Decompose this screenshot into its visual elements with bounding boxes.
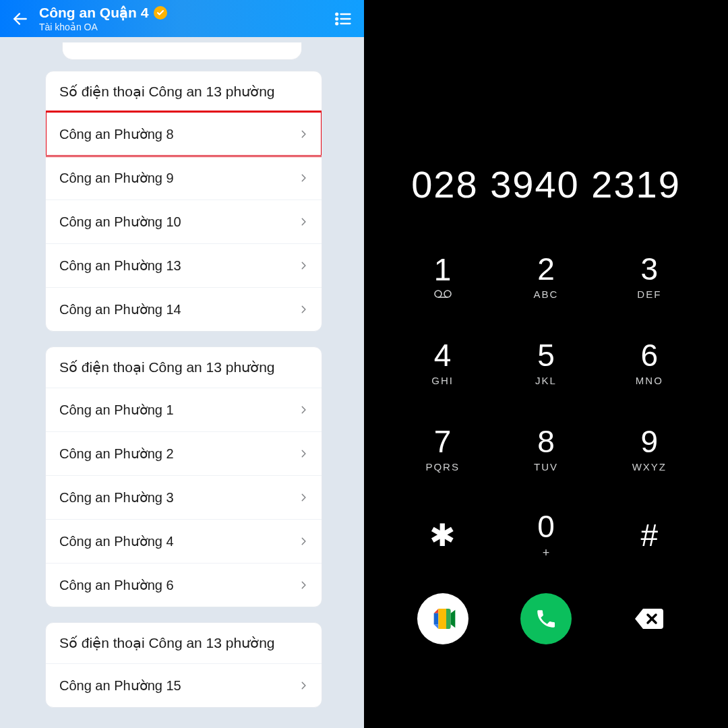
svg-point-8 bbox=[444, 291, 451, 297]
dial-key-8[interactable]: 8TUV bbox=[494, 415, 597, 483]
list-icon bbox=[334, 9, 353, 28]
list-item[interactable]: Công an Phường 14 bbox=[46, 287, 322, 331]
entered-number: 028 3940 2319 bbox=[411, 162, 681, 206]
svg-point-1 bbox=[336, 13, 338, 15]
menu-button[interactable] bbox=[333, 9, 353, 29]
key-subtext: PQRS bbox=[425, 461, 460, 473]
back-button[interactable] bbox=[11, 9, 30, 28]
list-item-label: Công an Phường 2 bbox=[59, 446, 174, 462]
dial-key-7[interactable]: 7PQRS bbox=[391, 415, 494, 483]
chevron-right-icon bbox=[299, 127, 308, 142]
chevron-right-icon bbox=[299, 446, 308, 461]
list-item-label: Công an Phường 15 bbox=[59, 677, 181, 694]
chevron-right-icon bbox=[299, 678, 308, 693]
list-item-label: Công an Phường 3 bbox=[59, 489, 174, 506]
chevron-right-icon bbox=[299, 490, 308, 505]
card-title: Số điện thoại Công an 13 phường bbox=[46, 71, 322, 112]
svg-point-3 bbox=[336, 18, 338, 20]
key-digit: 1 bbox=[434, 254, 452, 285]
dial-key-#[interactable]: # bbox=[598, 502, 701, 569]
chat-subtitle: Tài khoản OA bbox=[39, 22, 324, 32]
svg-point-7 bbox=[435, 291, 442, 297]
list-item-label: Công an Phường 1 bbox=[59, 402, 174, 418]
dial-keypad: 12ABC3DEF4GHI5JKL6MNO7PQRS8TUV9WXYZ✱0+# bbox=[364, 229, 728, 569]
dial-key-4[interactable]: 4GHI bbox=[391, 329, 494, 396]
dial-key-3[interactable]: 3DEF bbox=[598, 243, 701, 310]
list-item[interactable]: Công an Phường 15 bbox=[46, 663, 322, 707]
chevron-right-icon bbox=[299, 258, 308, 273]
previous-card-fragment bbox=[62, 42, 302, 60]
chat-title: Công an Quận 4 bbox=[39, 5, 148, 21]
dialer-panel: 028 3940 2319 12ABC3DEF4GHI5JKL6MNO7PQRS… bbox=[364, 0, 728, 728]
video-call-button[interactable] bbox=[417, 593, 468, 644]
key-digit: 5 bbox=[537, 340, 555, 371]
list-card: Số điện thoại Công an 13 phườngCông an P… bbox=[45, 622, 322, 708]
key-digit: 2 bbox=[537, 253, 555, 284]
chevron-right-icon bbox=[299, 171, 308, 185]
list-card: Số điện thoại Công an 13 phườngCông an P… bbox=[45, 346, 322, 607]
key-digit: 4 bbox=[434, 340, 452, 371]
key-digit: # bbox=[641, 520, 659, 551]
chevron-right-icon bbox=[299, 578, 308, 593]
key-subtext: DEF bbox=[637, 289, 661, 300]
key-digit: 9 bbox=[641, 426, 659, 457]
svg-point-5 bbox=[336, 22, 338, 24]
list-item[interactable]: Công an Phường 4 bbox=[46, 519, 322, 563]
chat-header: Công an Quận 4 Tài khoản OA bbox=[0, 0, 364, 37]
dial-key-9[interactable]: 9WXYZ bbox=[598, 415, 701, 483]
dial-display: 028 3940 2319 bbox=[364, 0, 728, 229]
key-digit: 8 bbox=[537, 426, 555, 457]
chevron-right-icon bbox=[299, 402, 308, 417]
list-item-label: Công an Phường 4 bbox=[59, 533, 174, 549]
list-card: Số điện thoại Công an 13 phườngCông an P… bbox=[45, 71, 322, 332]
dial-actions bbox=[364, 569, 728, 671]
backspace-icon bbox=[634, 607, 665, 630]
key-subtext: MNO bbox=[636, 375, 663, 386]
call-button[interactable] bbox=[520, 593, 572, 644]
dial-key-✱[interactable]: ✱ bbox=[391, 502, 494, 569]
list-item[interactable]: Công an Phường 13 bbox=[46, 243, 322, 287]
list-item[interactable]: Công an Phường 9 bbox=[46, 156, 322, 200]
list-item[interactable]: Công an Phường 6 bbox=[46, 563, 322, 607]
dial-key-1[interactable]: 1 bbox=[391, 243, 494, 310]
dial-key-6[interactable]: 6MNO bbox=[598, 329, 701, 396]
dial-key-2[interactable]: 2ABC bbox=[494, 243, 597, 310]
key-digit: 7 bbox=[434, 426, 452, 457]
key-digit: 0 bbox=[537, 511, 555, 542]
key-digit: ✱ bbox=[429, 520, 456, 551]
key-subtext: + bbox=[543, 546, 550, 560]
chevron-right-icon bbox=[299, 214, 308, 229]
svg-rect-10 bbox=[433, 613, 438, 625]
chevron-right-icon bbox=[299, 302, 308, 317]
card-title: Số điện thoại Công an 13 phường bbox=[46, 347, 322, 388]
key-subtext: ABC bbox=[534, 289, 559, 300]
list-item[interactable]: Công an Phường 10 bbox=[46, 200, 322, 243]
key-subtext: JKL bbox=[535, 375, 557, 386]
key-digit: 6 bbox=[641, 340, 659, 371]
key-subtext: GHI bbox=[431, 375, 454, 386]
key-subtext: WXYZ bbox=[632, 461, 667, 473]
list-item[interactable]: Công an Phường 1 bbox=[46, 388, 322, 431]
chevron-right-icon bbox=[299, 534, 308, 549]
card-title: Số điện thoại Công an 13 phường bbox=[46, 623, 322, 663]
dial-key-0[interactable]: 0+ bbox=[494, 502, 597, 569]
key-digit: 3 bbox=[641, 253, 659, 284]
key-subtext: TUV bbox=[534, 461, 558, 473]
svg-rect-11 bbox=[438, 609, 446, 629]
list-item-label: Công an Phường 10 bbox=[59, 214, 181, 230]
backspace-button[interactable] bbox=[624, 593, 675, 644]
list-item[interactable]: Công an Phường 2 bbox=[46, 431, 322, 475]
list-item-label: Công an Phường 6 bbox=[59, 577, 174, 593]
list-item-label: Công an Phường 9 bbox=[59, 170, 174, 186]
arrow-left-icon bbox=[11, 10, 29, 28]
chat-panel: Công an Quận 4 Tài khoản OA Số điện thoạ… bbox=[0, 0, 364, 728]
list-item-label: Công an Phường 8 bbox=[59, 126, 174, 142]
list-item[interactable]: Công an Phường 3 bbox=[46, 475, 322, 519]
voicemail-icon bbox=[434, 289, 452, 299]
dial-key-5[interactable]: 5JKL bbox=[494, 329, 597, 396]
list-item[interactable]: Công an Phường 8 bbox=[46, 112, 322, 156]
list-item-label: Công an Phường 14 bbox=[59, 301, 181, 317]
chat-body[interactable]: Số điện thoại Công an 13 phườngCông an P… bbox=[0, 37, 364, 728]
phone-icon bbox=[535, 607, 557, 630]
list-item-label: Công an Phường 13 bbox=[59, 257, 181, 274]
